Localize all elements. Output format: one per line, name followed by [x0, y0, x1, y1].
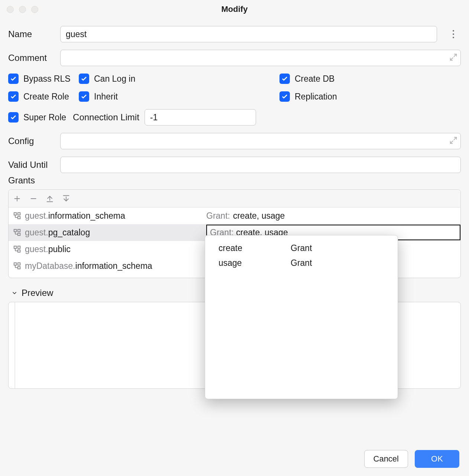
- grant-completion-popup[interactable]: create Grant usage Grant: [205, 235, 398, 399]
- comment-label: Comment: [8, 53, 60, 63]
- expand-icon: [449, 136, 457, 144]
- valid-until-input[interactable]: [60, 157, 461, 173]
- svg-rect-14: [18, 229, 20, 232]
- plus-icon: [13, 195, 21, 203]
- grant-scope-name: public: [48, 244, 71, 254]
- bypass-rls-label: Bypass RLS: [23, 74, 71, 84]
- kebab-icon: [453, 30, 454, 32]
- checkbox-checked-icon: [79, 91, 89, 102]
- grant-scope-name: information_schema: [75, 261, 152, 271]
- svg-rect-13: [18, 233, 20, 235]
- config-label: Config: [8, 136, 60, 146]
- create-role-label: Create Role: [23, 92, 69, 102]
- svg-rect-8: [18, 216, 20, 219]
- schema-icon: [13, 262, 21, 270]
- svg-rect-12: [14, 229, 16, 232]
- expand-icon: [449, 53, 457, 61]
- inherit-label: Inherit: [94, 92, 118, 102]
- footer: Cancel OK: [364, 450, 459, 468]
- options-grid: Bypass RLS Can Log in Create DB Create R…: [8, 74, 461, 102]
- move-down-button[interactable]: [62, 195, 70, 203]
- checkbox-checked-icon: [8, 91, 19, 102]
- name-more-button[interactable]: [446, 30, 461, 38]
- grant-row[interactable]: guest.information_schema Grant: create, …: [9, 208, 460, 224]
- schema-icon: [13, 228, 21, 237]
- svg-rect-22: [14, 263, 16, 265]
- chevron-down-icon: [11, 290, 18, 296]
- arrow-up-icon: [46, 195, 54, 203]
- arrow-down-icon: [62, 195, 70, 203]
- grant-scope-prefix: myDatabase.: [25, 261, 75, 271]
- create-role-checkbox[interactable]: Create Role: [8, 91, 79, 102]
- super-role-row: Super Role Connection Limit -1: [8, 109, 461, 125]
- name-label: Name: [8, 29, 60, 39]
- replication-checkbox[interactable]: Replication: [279, 91, 461, 102]
- replication-label: Replication: [295, 92, 337, 102]
- inherit-checkbox[interactable]: Inherit: [79, 91, 279, 102]
- ok-button[interactable]: OK: [415, 450, 459, 468]
- connection-limit-input[interactable]: -1: [145, 109, 256, 125]
- window-title: Modify: [0, 4, 469, 14]
- checkbox-checked-icon: [279, 91, 290, 102]
- kebab-icon: [453, 33, 454, 35]
- preview-label: Preview: [22, 288, 53, 298]
- cancel-button[interactable]: Cancel: [364, 450, 408, 468]
- create-db-label: Create DB: [295, 74, 334, 84]
- comment-input[interactable]: [60, 50, 461, 66]
- kebab-icon: [453, 37, 454, 38]
- can-login-checkbox[interactable]: Can Log in: [79, 74, 279, 84]
- grant-scope-prefix: guest.: [25, 211, 48, 221]
- grant-scope-name: information_schema: [48, 211, 125, 221]
- grant-detail-value: create, usage: [233, 211, 285, 221]
- schema-icon: [13, 245, 21, 253]
- config-input[interactable]: [60, 133, 461, 149]
- ok-label: OK: [431, 454, 443, 464]
- cancel-label: Cancel: [373, 454, 399, 464]
- titlebar: Modify: [0, 0, 469, 19]
- can-login-label: Can Log in: [94, 74, 135, 84]
- svg-rect-23: [18, 267, 20, 269]
- schema-icon: [13, 212, 21, 220]
- svg-rect-19: [18, 246, 20, 248]
- grant-scope-prefix: guest.: [25, 244, 48, 254]
- preview-gutter: [14, 302, 15, 388]
- grants-label: Grants: [8, 175, 469, 186]
- popup-item-name: create: [205, 243, 291, 253]
- connection-limit-label: Connection Limit: [73, 112, 139, 123]
- minus-icon: [29, 195, 38, 203]
- popup-item[interactable]: create Grant: [205, 241, 398, 255]
- super-role-label: Super Role: [23, 113, 66, 123]
- form-body: Name guest Comment Bypass RLS Can Log in…: [0, 19, 469, 173]
- remove-button[interactable]: [29, 195, 38, 203]
- grant-scope-prefix: guest.: [25, 228, 48, 237]
- popup-item-kind: Grant: [291, 258, 312, 268]
- checkbox-checked-icon: [279, 74, 290, 84]
- grant-detail-label: Grant:: [206, 211, 230, 221]
- popup-item[interactable]: usage Grant: [205, 255, 398, 270]
- connection-limit-value: -1: [150, 113, 158, 123]
- name-input[interactable]: guest: [60, 26, 437, 42]
- super-role-checkbox[interactable]: Super Role: [8, 112, 66, 123]
- svg-rect-17: [14, 246, 16, 248]
- popup-item-kind: Grant: [291, 243, 312, 253]
- grants-toolbar: [9, 190, 460, 208]
- svg-rect-24: [18, 263, 20, 265]
- move-up-button[interactable]: [46, 195, 54, 203]
- config-row: Config: [8, 133, 461, 149]
- bypass-rls-checkbox[interactable]: Bypass RLS: [8, 74, 79, 84]
- name-value: guest: [66, 29, 87, 39]
- name-row: Name guest: [8, 26, 461, 42]
- grant-scope-name: pg_catalog: [48, 228, 90, 237]
- popup-item-name: usage: [205, 258, 291, 268]
- svg-rect-18: [18, 250, 20, 252]
- valid-until-label: Valid Until: [8, 160, 60, 170]
- comment-row: Comment: [8, 50, 461, 66]
- valid-until-row: Valid Until: [8, 157, 461, 173]
- add-button[interactable]: [13, 195, 21, 203]
- svg-rect-9: [18, 213, 20, 215]
- checkbox-checked-icon: [8, 112, 19, 123]
- create-db-checkbox[interactable]: Create DB: [279, 74, 461, 84]
- checkbox-checked-icon: [8, 74, 19, 84]
- svg-rect-7: [14, 213, 16, 215]
- checkbox-checked-icon: [79, 74, 89, 84]
